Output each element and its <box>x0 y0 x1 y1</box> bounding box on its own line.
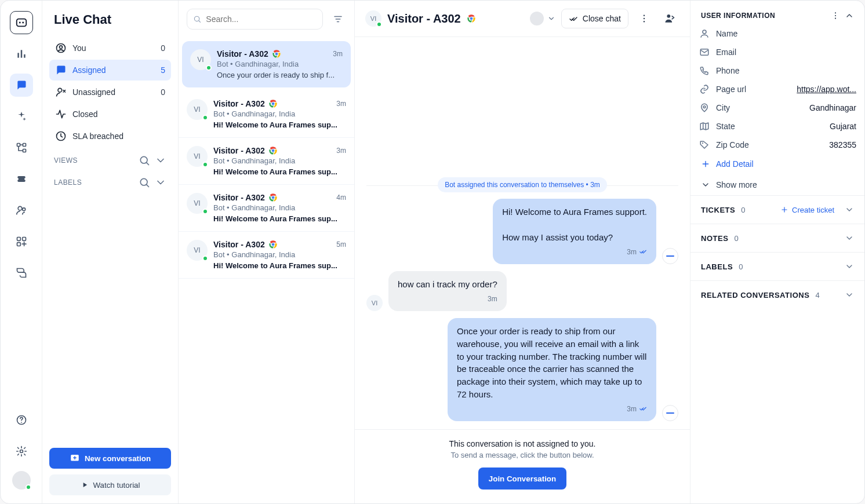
chrome-icon <box>268 146 278 155</box>
section-related[interactable]: RELATED CONVERSATIONS 4 <box>690 280 864 309</box>
section-labels2[interactable]: LABELS 0 <box>690 252 864 280</box>
conversation-item[interactable]: VI Visitor - A302 4m Bot • Gandhinagar, … <box>179 185 354 232</box>
field-value: 382355 <box>829 140 856 149</box>
labels2-count: 0 <box>739 262 743 271</box>
field-icon <box>697 84 711 94</box>
rail-integrations-icon[interactable] <box>10 261 33 284</box>
conversation-footer: This conversation is not assigned to you… <box>355 429 690 503</box>
conv-time: 3m <box>336 147 346 155</box>
nav-item-label: Unassigned <box>72 87 115 97</box>
join-conversation-button[interactable]: Join Conversation <box>478 468 566 490</box>
nav-item-closed[interactable]: Closed <box>49 104 171 125</box>
transfer-icon[interactable] <box>660 9 679 28</box>
panel-collapse-icon[interactable] <box>845 11 854 20</box>
section-views[interactable]: VIEWS <box>49 147 171 169</box>
field-label: Email <box>716 48 762 57</box>
conversation-item[interactable]: VI Visitor - A302 3m Bot • Gandhinagar, … <box>182 41 351 87</box>
field-icon <box>697 65 711 76</box>
section-tickets[interactable]: TICKETS 0 Create ticket <box>690 195 864 224</box>
field-value: Gujarat <box>830 122 856 131</box>
message-row: VIhow can i track my order?3m <box>366 271 678 311</box>
labels2-chevron-icon[interactable] <box>845 262 854 271</box>
panel-more-icon[interactable] <box>831 11 840 20</box>
rail-apps-icon[interactable] <box>10 230 33 253</box>
views-label: VIEWS <box>54 156 78 165</box>
field-icon <box>697 28 711 39</box>
create-ticket-link[interactable]: Create ticket <box>780 206 834 214</box>
list-avatar: VI <box>187 193 208 214</box>
nav-list: You 0 Assigned 5 Unassigned 0 Closed SLA… <box>49 38 171 147</box>
conv-time: 4m <box>336 193 346 202</box>
field-label: City <box>716 103 762 112</box>
field-value[interactable]: https://app.wot... <box>797 85 856 94</box>
list-avatar: VI <box>187 146 208 167</box>
app-logo-icon[interactable] <box>10 11 33 34</box>
section-labels[interactable]: LABELS <box>49 169 171 191</box>
notes-chevron-icon[interactable] <box>845 233 854 243</box>
conversation-view: VI Visitor - A302 Close chat Bot assigne… <box>355 1 690 503</box>
nav-item-count: 0 <box>161 87 165 97</box>
views-search-icon[interactable] <box>139 155 150 166</box>
conv-snippet: Hi! Welcome to Aura Frames sup... <box>213 261 346 270</box>
conversation-item[interactable]: VI Visitor - A302 5m Bot • Gandhinagar, … <box>179 232 354 279</box>
rail-tickets-icon[interactable] <box>10 167 33 191</box>
rail-flows-icon[interactable] <box>10 136 33 159</box>
rail-avatar[interactable] <box>12 471 31 490</box>
conversation-item[interactable]: VI Visitor - A302 3m Bot • Gandhinagar, … <box>179 138 354 185</box>
nav-item-assigned[interactable]: Assigned 5 <box>49 60 171 81</box>
conv-sub: Bot • Gandhinagar, India <box>213 109 346 118</box>
close-chat-label: Close chat <box>583 14 621 23</box>
tickets-title: TICKETS <box>701 206 735 214</box>
labels-search-icon[interactable] <box>139 177 150 188</box>
more-menu-icon[interactable] <box>634 9 654 28</box>
rail-help-icon[interactable] <box>10 408 33 432</box>
rail-ai-icon[interactable] <box>10 105 33 128</box>
nav-item-unassigned[interactable]: Unassigned 0 <box>49 82 171 103</box>
related-chevron-icon[interactable] <box>845 290 854 300</box>
section-notes[interactable]: NOTES 0 <box>690 224 864 252</box>
nav-item-label: You <box>72 43 86 53</box>
new-conversation-button[interactable]: New conversation <box>49 448 171 469</box>
conv-name: Visitor - A302 <box>217 49 268 59</box>
close-chat-button[interactable]: Close chat <box>561 9 628 28</box>
bot-avatar <box>662 405 678 421</box>
show-more-toggle[interactable]: Show more <box>690 174 864 195</box>
nav-item-sla-breached[interactable]: SLA breached <box>49 126 171 147</box>
show-more-label: Show more <box>716 180 757 189</box>
sidebar: Live Chat You 0 Assigned 5 Unassigned 0 … <box>42 1 179 503</box>
visitor-avatar: VI <box>366 295 383 311</box>
nav-item-count: 0 <box>161 43 165 53</box>
bot-message: Once your order is ready to ship from ou… <box>448 318 656 421</box>
new-conversation-label: New conversation <box>85 454 151 463</box>
views-chevron-icon[interactable] <box>155 155 166 166</box>
notes-title: NOTES <box>701 234 728 243</box>
search-input-wrap[interactable] <box>187 9 323 30</box>
watch-tutorial-button[interactable]: Watch tutorial <box>49 474 171 495</box>
chrome-icon <box>268 240 278 249</box>
app-window: Live Chat You 0 Assigned 5 Unassigned 0 … <box>0 0 865 504</box>
conversation-item[interactable]: VI Visitor - A302 3m Bot • Gandhinagar, … <box>179 91 354 138</box>
nav-item-you[interactable]: You 0 <box>49 38 171 59</box>
bot-avatar <box>662 248 678 264</box>
conversation-list: VI Visitor - A302 3m Bot • Gandhinagar, … <box>179 1 355 503</box>
add-detail-link[interactable]: Add Detail <box>690 154 864 174</box>
nav-item-label: SLA breached <box>72 132 123 141</box>
chrome-icon <box>272 49 281 59</box>
conv-snippet: Once your order is ready to ship f... <box>217 71 343 79</box>
chrome-icon <box>268 99 278 108</box>
svg-point-41 <box>22 22 24 24</box>
chrome-icon <box>268 193 278 202</box>
rail-livechat-icon[interactable] <box>10 74 33 97</box>
rail-settings-icon[interactable] <box>10 440 33 463</box>
filter-icon[interactable] <box>330 11 346 27</box>
tickets-chevron-icon[interactable] <box>845 205 854 214</box>
conv-sub: Bot • Gandhinagar, India <box>213 250 346 259</box>
list-avatar: VI <box>187 99 208 120</box>
conv-snippet: Hi! Welcome to Aura Frames sup... <box>213 120 346 129</box>
field-icon <box>697 121 711 132</box>
assignee-picker[interactable] <box>530 12 555 25</box>
labels-chevron-icon[interactable] <box>155 177 166 188</box>
rail-contacts-icon[interactable] <box>10 199 33 222</box>
rail-analytics-icon[interactable] <box>10 42 33 65</box>
search-input[interactable] <box>206 14 317 24</box>
